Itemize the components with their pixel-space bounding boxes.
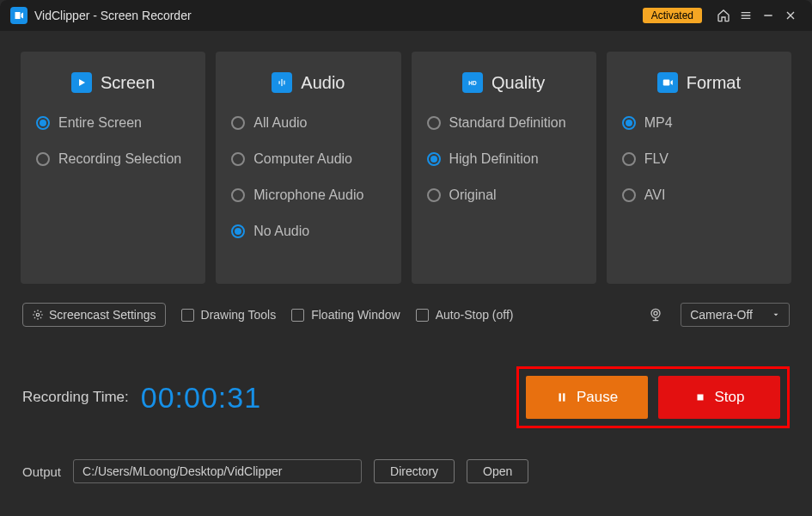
- recording-time-value: 00:00:31: [141, 381, 261, 415]
- floating-window-label: Floating Window: [311, 308, 400, 322]
- svg-rect-2: [284, 81, 285, 85]
- camera-dropdown[interactable]: Camera-Off: [681, 303, 790, 327]
- radio-label: All Audio: [253, 115, 307, 131]
- radio-label: Recording Selection: [58, 151, 181, 167]
- output-row: Output C:/Users/MLoong/Desktop/VidClippe…: [21, 459, 791, 483]
- checkbox-icon: [291, 309, 304, 322]
- main-panel: Screen Entire Screen Recording Selection…: [0, 31, 812, 483]
- radio-icon: [622, 152, 636, 166]
- audio-card: Audio All Audio Computer Audio Microphon…: [216, 52, 400, 284]
- quality-card-title: Quality: [491, 73, 545, 93]
- radio-flv[interactable]: FLV: [622, 151, 776, 167]
- output-label: Output: [22, 464, 61, 479]
- radio-microphone-audio[interactable]: Microphone Audio: [231, 187, 385, 203]
- drawing-tools-label: Drawing Tools: [201, 308, 277, 322]
- radio-avi[interactable]: AVI: [622, 187, 776, 203]
- radio-label: Standard Definition: [449, 115, 566, 131]
- format-icon: [657, 72, 678, 93]
- open-button[interactable]: Open: [467, 459, 528, 483]
- auto-stop-label: Auto-Stop (off): [436, 308, 514, 322]
- radio-high-definition[interactable]: High Definition: [427, 151, 581, 167]
- checkbox-icon: [416, 309, 429, 322]
- stop-icon: [694, 391, 706, 403]
- settings-toolbar: Screencast Settings Drawing Tools Floati…: [21, 303, 791, 327]
- checkbox-icon: [181, 309, 194, 322]
- app-title: VidClipper - Screen Recorder: [34, 9, 192, 22]
- radio-icon: [427, 188, 441, 202]
- screen-card-title: Screen: [101, 73, 155, 93]
- radio-label: Original: [449, 187, 497, 203]
- screen-card: Screen Entire Screen Recording Selection: [21, 52, 205, 284]
- format-card: Format MP4 FLV AVI: [607, 52, 791, 284]
- recording-row: Recording Time: 00:00:31 Pause Stop: [21, 366, 791, 428]
- radio-entire-screen[interactable]: Entire Screen: [36, 115, 190, 131]
- minimize-button[interactable]: [757, 4, 779, 27]
- radio-standard-definition[interactable]: Standard Definition: [427, 115, 581, 131]
- radio-icon: [622, 116, 636, 130]
- svg-rect-9: [563, 393, 565, 401]
- svg-rect-10: [697, 395, 703, 401]
- screencast-settings-label: Screencast Settings: [49, 308, 156, 322]
- radio-label: Entire Screen: [58, 115, 142, 131]
- auto-stop-checkbox[interactable]: Auto-Stop (off): [416, 308, 514, 322]
- chevron-down-icon: [772, 310, 780, 319]
- radio-label: MP4: [644, 115, 673, 131]
- home-button[interactable]: [712, 4, 735, 27]
- format-card-title: Format: [687, 73, 741, 93]
- stop-button[interactable]: Stop: [658, 376, 780, 419]
- audio-card-header: Audio: [231, 72, 385, 93]
- svg-text:HD: HD: [468, 80, 477, 86]
- pause-button-label: Pause: [577, 389, 618, 406]
- radio-icon: [427, 152, 441, 166]
- quality-icon: HD: [462, 72, 483, 93]
- pause-icon: [556, 391, 568, 403]
- radio-icon: [427, 116, 441, 130]
- radio-label: AVI: [644, 187, 666, 203]
- format-card-header: Format: [622, 72, 776, 93]
- close-button[interactable]: [779, 4, 802, 27]
- radio-icon: [36, 152, 50, 166]
- radio-label: FLV: [644, 151, 669, 167]
- camera-dropdown-value: Camera-Off: [690, 308, 753, 322]
- gear-icon: [32, 309, 44, 321]
- radio-icon: [231, 188, 245, 202]
- menu-button[interactable]: [735, 4, 757, 27]
- radio-icon: [231, 116, 245, 130]
- radio-icon: [231, 224, 245, 238]
- radio-label: High Definition: [449, 151, 539, 167]
- svg-rect-0: [279, 81, 280, 84]
- radio-icon: [622, 188, 636, 202]
- drawing-tools-checkbox[interactable]: Drawing Tools: [181, 308, 277, 322]
- radio-computer-audio[interactable]: Computer Audio: [231, 151, 385, 167]
- radio-mp4[interactable]: MP4: [622, 115, 776, 131]
- svg-rect-4: [662, 80, 669, 86]
- quality-card-header: HD Quality: [427, 72, 581, 93]
- titlebar: VidClipper - Screen Recorder Activated: [0, 0, 812, 31]
- radio-label: Microphone Audio: [253, 187, 363, 203]
- app-logo: [10, 7, 27, 24]
- svg-rect-8: [559, 393, 560, 401]
- screen-icon: [71, 72, 92, 93]
- screen-card-header: Screen: [36, 72, 190, 93]
- radio-label: No Audio: [253, 224, 309, 239]
- floating-window-checkbox[interactable]: Floating Window: [291, 308, 400, 322]
- radio-recording-selection[interactable]: Recording Selection: [36, 151, 190, 167]
- directory-button[interactable]: Directory: [374, 459, 455, 483]
- activated-badge: Activated: [643, 8, 702, 23]
- quality-card: HD Quality Standard Definition High Defi…: [412, 52, 596, 284]
- option-cards: Screen Entire Screen Recording Selection…: [21, 52, 791, 284]
- webcam-icon[interactable]: [646, 305, 665, 324]
- radio-original[interactable]: Original: [427, 187, 581, 203]
- recording-time-label: Recording Time:: [22, 389, 129, 406]
- radio-all-audio[interactable]: All Audio: [231, 115, 385, 131]
- output-path-field[interactable]: C:/Users/MLoong/Desktop/VidClipper: [73, 459, 362, 483]
- highlight-box: Pause Stop: [516, 366, 790, 428]
- screencast-settings-button[interactable]: Screencast Settings: [22, 303, 166, 327]
- svg-point-5: [36, 313, 40, 316]
- radio-label: Computer Audio: [253, 151, 352, 167]
- audio-icon: [272, 72, 292, 93]
- radio-icon: [231, 152, 245, 166]
- svg-point-7: [654, 311, 657, 315]
- pause-button[interactable]: Pause: [526, 376, 648, 419]
- radio-no-audio[interactable]: No Audio: [231, 224, 385, 239]
